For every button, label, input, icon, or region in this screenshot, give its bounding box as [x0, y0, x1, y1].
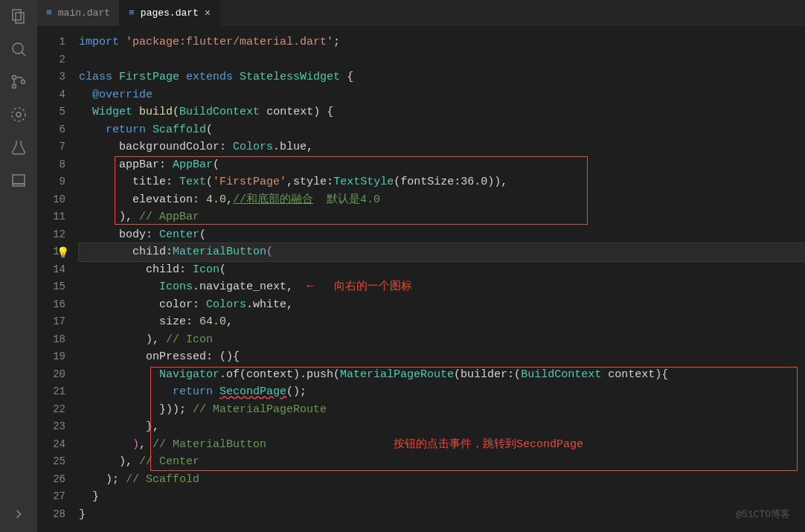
close-icon[interactable]: ×	[205, 7, 211, 19]
line-number: 19	[37, 348, 65, 366]
code-token: (	[219, 263, 226, 276]
code-token: ),	[119, 455, 132, 468]
code-token: return	[173, 385, 213, 398]
code-token: MaterialPageRoute	[340, 368, 454, 381]
code-token: ) {	[313, 106, 333, 118]
line-number: 3	[37, 68, 65, 86]
code-token: Colors	[233, 141, 273, 153]
code-token: MaterialButton	[173, 246, 266, 258]
svg-line-3	[22, 52, 25, 56]
code-token: BuildContext	[179, 106, 260, 118]
code-token: 4.0	[206, 193, 226, 206]
code-token: Widget	[92, 106, 132, 118]
code-token: import	[79, 36, 119, 48]
line-number: 24	[37, 436, 65, 454]
line-number: 14	[37, 261, 65, 279]
code-token: 'package:flutter/material.dart'	[126, 36, 333, 48]
code-token: 64.0	[199, 315, 226, 328]
code-token: ,style:	[286, 176, 333, 188]
line-number: 4	[37, 86, 65, 104]
code-token: (fontSize:36.0)),	[394, 176, 507, 188]
line-number: 20	[37, 366, 65, 384]
code-token: child:	[146, 263, 186, 276]
code-token: Center	[159, 228, 199, 241]
file-icon: ≡	[129, 7, 135, 19]
svg-point-5	[13, 85, 16, 89]
lightbulb-icon[interactable]: 💡	[57, 245, 69, 263]
code-token: }	[92, 490, 99, 503]
svg-point-7	[12, 108, 25, 121]
line-number: 2	[37, 51, 65, 69]
code-token: size:	[159, 315, 193, 328]
svg-point-2	[13, 43, 23, 54]
code-token: {	[340, 71, 353, 83]
code-token: body:	[119, 228, 153, 241]
code-token: (	[213, 158, 219, 171]
code-token: // Icon	[159, 333, 213, 346]
line-number: 16	[37, 296, 65, 314]
code-token: (builder:(	[454, 368, 521, 381]
line-number: 6	[37, 121, 65, 139]
code-content[interactable]: import 'package:flutter/material.dart'; …	[79, 26, 805, 532]
code-token: AppBar	[173, 158, 213, 171]
code-token: Navigator	[159, 368, 219, 381]
file-icon: ≡	[46, 7, 52, 19]
line-number: 7	[37, 138, 65, 156]
chevron-right-icon[interactable]	[10, 505, 28, 523]
code-token: (	[206, 176, 213, 188]
code-token: // Scaffold	[119, 473, 199, 486]
debug-icon[interactable]	[10, 106, 28, 124]
line-number: 12	[37, 226, 65, 244]
testing-icon[interactable]	[10, 138, 28, 156]
svg-rect-0	[13, 10, 21, 20]
code-token: }));	[159, 403, 186, 416]
code-token: onPressed:	[146, 350, 213, 363]
code-token: ,	[226, 315, 233, 328]
svg-point-8	[16, 112, 21, 117]
code-token: (){	[219, 350, 240, 363]
code-token: Text	[179, 176, 206, 188]
code-token: ();	[286, 385, 307, 398]
code-token: return	[106, 124, 146, 136]
code-token: Colors	[206, 298, 246, 311]
line-number: 17	[37, 313, 65, 331]
line-number: 15	[37, 278, 65, 296]
code-token: SecondPage	[219, 385, 286, 398]
code-token: (	[266, 246, 273, 258]
code-token: context){	[601, 368, 668, 381]
line-number: 1	[37, 33, 65, 51]
code-token: color:	[159, 298, 199, 311]
code-token: .blue,	[273, 141, 313, 153]
code-token: }	[79, 508, 86, 521]
code-token: TextStyle	[333, 176, 394, 188]
tab-pages-dart[interactable]: ≡ pages.dart ×	[120, 0, 220, 26]
code-token: class	[79, 71, 112, 83]
code-token: backgroundColor:	[119, 141, 226, 153]
search-icon[interactable]	[10, 40, 28, 58]
code-token: ,	[226, 193, 233, 206]
annotation: 按钮的点击事件，跳转到SecondPage	[394, 438, 583, 451]
line-number: 11	[37, 208, 65, 226]
line-number: 22	[37, 401, 65, 419]
line-number: 28	[37, 506, 65, 524]
code-token: (	[206, 124, 213, 136]
code-token: //和底部的融合	[233, 193, 313, 206]
line-number: 5	[37, 103, 65, 121]
editor-main: ≡ main.dart ≡ pages.dart × 1234567891011…	[37, 0, 805, 532]
line-number: 9	[37, 173, 65, 191]
svg-rect-1	[16, 13, 24, 23]
line-number: 21	[37, 383, 65, 401]
svg-point-4	[13, 76, 16, 80]
files-icon[interactable]	[10, 7, 28, 25]
line-number: 18	[37, 331, 65, 349]
line-number: 25	[37, 453, 65, 471]
code-token: StatelessWidget	[240, 71, 340, 83]
line-gutter: 1234567891011121314151617181920212223242…	[37, 26, 79, 532]
bookmark-icon[interactable]	[10, 171, 28, 189]
code-token: .of(context).push(	[219, 368, 340, 381]
editor-area[interactable]: 1234567891011121314151617181920212223242…	[37, 26, 805, 532]
tab-main-dart[interactable]: ≡ main.dart	[37, 0, 120, 26]
code-token: ;	[333, 36, 340, 48]
source-control-icon[interactable]	[10, 73, 28, 91]
line-number: 23	[37, 418, 65, 436]
